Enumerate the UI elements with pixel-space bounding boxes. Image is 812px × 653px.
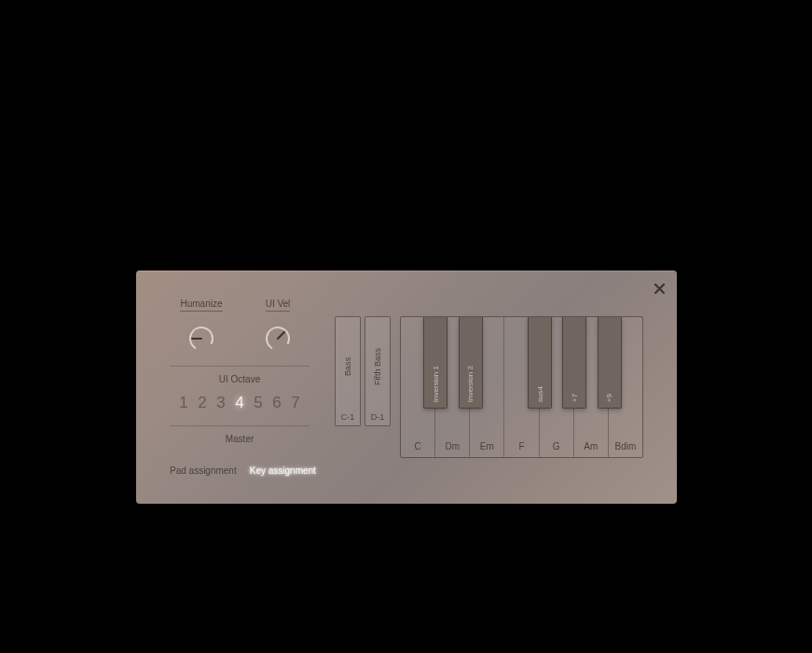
black-key-label: +9 [605, 394, 613, 402]
octave-4[interactable]: 4 [233, 394, 246, 412]
octave-1[interactable]: 1 [177, 394, 190, 412]
tab-key-assignment[interactable]: Key assignment [250, 465, 316, 476]
svg-line-5 [278, 332, 284, 339]
key-assignment-panel: Humanize UI Vel UI Octav [136, 271, 677, 504]
ui-octave-label: UI Octave [170, 374, 310, 384]
tab-pad-assignment[interactable]: Pad assignment [170, 465, 237, 476]
humanize-label: Humanize [180, 299, 222, 312]
bass-key-note: C-1 [341, 412, 355, 422]
black-key-sus4[interactable]: sus4 [528, 317, 552, 409]
humanize-knob-block: Humanize [173, 299, 229, 353]
master-label: Master [170, 434, 310, 444]
octave-selector: 1234567 [170, 394, 310, 412]
bass-key-1[interactable]: Fifth BassD-1 [365, 316, 391, 426]
bass-key-label: Bass [343, 321, 352, 412]
black-key-plus7[interactable]: +7 [562, 317, 586, 409]
octave-2[interactable]: 2 [196, 394, 209, 412]
black-key-label: sus4 [536, 386, 544, 402]
humanize-knob[interactable] [187, 325, 215, 353]
octave-5[interactable]: 5 [252, 394, 265, 412]
bass-key-label: Fifth Bass [373, 321, 382, 412]
controls-column: Humanize UI Vel UI Octav [170, 299, 310, 453]
close-button[interactable] [651, 280, 667, 297]
assignment-tabs: Pad assignment Key assignment [170, 465, 316, 476]
black-key-plus9[interactable]: +9 [598, 317, 622, 409]
ui-vel-knob-block: UI Vel [250, 299, 306, 353]
ui-vel-label: UI Vel [266, 299, 291, 312]
octave-7[interactable]: 7 [289, 394, 302, 412]
keyboard-area: BassC-1Fifth BassD-1 CDmEmFGAmBdim Inver… [335, 316, 643, 458]
divider [170, 366, 310, 367]
bass-keys: BassC-1Fifth BassD-1 [335, 316, 391, 426]
black-key-label: Inversion 1 [432, 366, 440, 402]
black-key-inversion-2[interactable]: Inversion 2 [459, 317, 483, 409]
black-key-label: +7 [571, 394, 579, 402]
ui-vel-knob[interactable] [264, 325, 292, 353]
black-key-label: Inversion 2 [466, 366, 475, 402]
black-key-inversion-1[interactable]: Inversion 1 [423, 317, 447, 409]
divider [170, 425, 310, 426]
bass-key-note: D-1 [371, 412, 385, 422]
knob-row: Humanize UI Vel [170, 299, 310, 353]
chord-piano: CDmEmFGAmBdim Inversion 1Inversion 2sus4… [400, 316, 643, 458]
bass-key-0[interactable]: BassC-1 [335, 316, 361, 426]
octave-3[interactable]: 3 [214, 394, 227, 412]
close-icon [654, 284, 665, 294]
octave-6[interactable]: 6 [270, 394, 283, 412]
